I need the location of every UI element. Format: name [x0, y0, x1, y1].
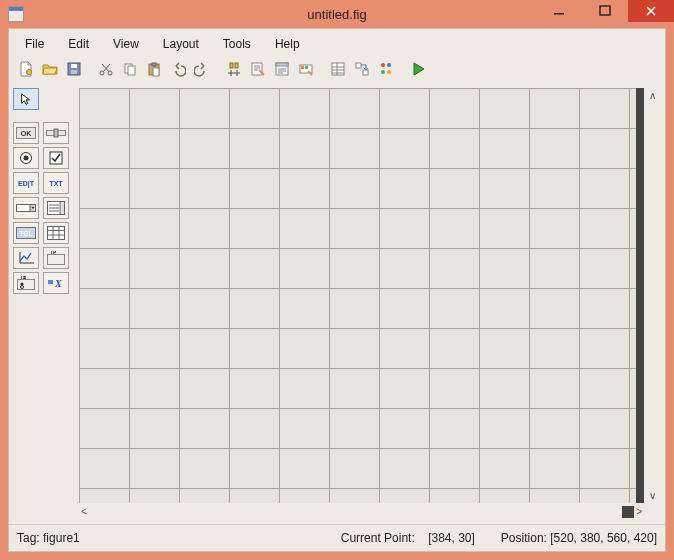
svg-rect-22 [356, 63, 361, 68]
save-button[interactable] [63, 58, 85, 80]
minimize-button[interactable] [536, 0, 582, 22]
svg-rect-5 [71, 70, 77, 74]
svg-rect-41 [48, 227, 65, 240]
menu-layout[interactable]: Layout [151, 34, 211, 54]
status-position-value: [520, 380, 560, 420] [550, 531, 657, 545]
mfile-editor-icon [250, 61, 266, 77]
property-inspector-button[interactable] [327, 58, 349, 80]
align-button[interactable] [223, 58, 245, 80]
svg-rect-20 [305, 66, 308, 69]
svg-rect-44 [18, 280, 35, 290]
close-button[interactable] [628, 0, 674, 22]
svg-rect-48 [48, 280, 53, 284]
redo-button[interactable] [191, 58, 213, 80]
canvas[interactable] [79, 88, 644, 503]
tool-listbox[interactable] [43, 197, 69, 219]
statusbar: Tag: figure1 Current Point: [384, 30] Po… [9, 524, 665, 551]
buttongroup-icon: Tꜱ [17, 276, 35, 290]
window-frame: untitled.fig File Edit View Layout Tools… [0, 0, 674, 560]
toolbar-editor-icon [298, 61, 314, 77]
svg-rect-34 [50, 152, 62, 164]
open-button[interactable] [39, 58, 61, 80]
tool-activex[interactable]: X [43, 272, 69, 294]
save-disk-icon [66, 61, 82, 77]
play-icon [410, 61, 426, 77]
toolbox: OK ED|T [9, 84, 75, 524]
redo-icon [194, 61, 210, 77]
menu-help[interactable]: Help [263, 34, 312, 54]
tool-slider[interactable] [43, 122, 69, 144]
cut-button[interactable] [95, 58, 117, 80]
svg-rect-15 [252, 63, 262, 75]
status-tag-value: figure1 [43, 531, 80, 545]
scroll-right-icon[interactable]: > [634, 504, 644, 519]
tool-checkbox[interactable] [43, 147, 69, 169]
close-icon [643, 3, 659, 19]
svg-rect-9 [128, 66, 135, 75]
hscroll-track[interactable] [89, 506, 634, 518]
svg-rect-19 [301, 66, 304, 69]
svg-rect-14 [235, 63, 238, 68]
paste-button[interactable] [143, 58, 165, 80]
menu-file[interactable]: File [13, 34, 56, 54]
svg-text:TGL: TGL [20, 230, 33, 237]
object-browser-button[interactable] [375, 58, 397, 80]
svg-point-26 [381, 70, 385, 74]
undo-icon [170, 61, 186, 77]
scroll-up-icon[interactable]: ∧ [647, 88, 658, 103]
tab-order-button[interactable] [351, 58, 373, 80]
cursor-icon [19, 92, 33, 106]
slider-icon [46, 127, 66, 139]
tool-toggle[interactable]: TGL [13, 222, 39, 244]
toolbar-editor-button[interactable] [295, 58, 317, 80]
horizontal-scrollbar[interactable]: < > [79, 503, 644, 520]
menu-editor-button[interactable] [271, 58, 293, 80]
tool-select[interactable] [13, 88, 39, 110]
tool-panel[interactable]: Tᴘ [43, 247, 69, 269]
tool-pushbutton[interactable]: OK [13, 122, 39, 144]
app-icon [8, 6, 24, 22]
run-button[interactable] [407, 58, 429, 80]
svg-point-33 [24, 156, 29, 161]
svg-rect-38 [60, 202, 65, 215]
maximize-button[interactable] [582, 0, 628, 22]
copy-button[interactable] [119, 58, 141, 80]
tool-table[interactable] [43, 222, 69, 244]
tool-radio[interactable] [13, 147, 39, 169]
tool-buttongroup[interactable]: Tꜱ [13, 272, 39, 294]
paste-icon [146, 61, 162, 77]
copy-icon [122, 61, 138, 77]
menubar: File Edit View Layout Tools Help [9, 29, 665, 58]
toolbar [9, 58, 665, 84]
tool-popup[interactable] [13, 197, 39, 219]
status-position-label: Position: [501, 531, 547, 545]
editor-button[interactable] [247, 58, 269, 80]
svg-point-25 [387, 63, 391, 67]
new-button[interactable] [15, 58, 37, 80]
svg-rect-42 [48, 255, 65, 265]
status-curpoint-value: [384, 30] [428, 531, 475, 545]
tool-axes[interactable] [13, 247, 39, 269]
tool-statictext[interactable]: TXT [43, 172, 69, 194]
minimize-icon [551, 3, 567, 19]
canvas-grid [79, 88, 636, 503]
status-curpoint-label: Current Point: [341, 531, 415, 545]
window-title: untitled.fig [307, 7, 366, 22]
tab-order-icon [354, 61, 370, 77]
svg-rect-17 [276, 63, 288, 66]
svg-rect-1 [600, 6, 610, 15]
scroll-left-icon[interactable]: < [79, 504, 89, 519]
svg-rect-11 [152, 63, 156, 66]
table-icon [47, 226, 65, 240]
scissors-icon [98, 61, 114, 77]
svg-rect-23 [363, 70, 368, 75]
menu-tools[interactable]: Tools [211, 34, 263, 54]
menu-view[interactable]: View [101, 34, 151, 54]
scroll-down-icon[interactable]: ∨ [647, 488, 658, 503]
axes-icon [17, 251, 35, 265]
status-tag-label: Tag: [17, 531, 40, 545]
tool-edittext[interactable]: ED|T [13, 172, 39, 194]
vertical-scrollbar[interactable]: ∧ ∨ [644, 88, 661, 503]
menu-edit[interactable]: Edit [56, 34, 101, 54]
undo-button[interactable] [167, 58, 189, 80]
